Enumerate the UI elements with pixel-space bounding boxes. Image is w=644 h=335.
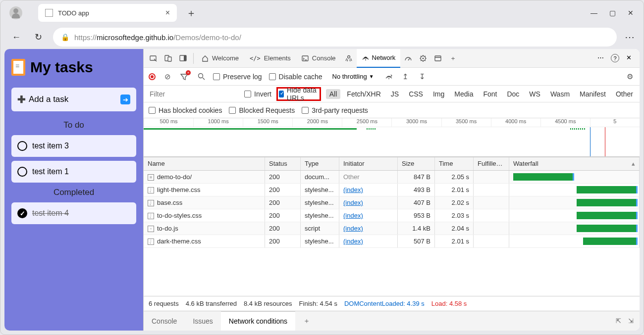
task-item[interactable]: test item 3: [11, 135, 136, 157]
request-row[interactable]: ⎷to-do-styles.css 200 styleshe... (index…: [144, 209, 640, 222]
inspect-icon[interactable]: [147, 51, 161, 65]
request-row[interactable]: ◦to-do.js 200 script (index) 1.4 kB 2.04…: [144, 222, 640, 235]
preserve-log-checkbox[interactable]: Preserve log: [213, 73, 262, 81]
drawer-tab-network-conditions[interactable]: Network conditions: [221, 311, 295, 331]
blocked-cookies-checkbox[interactable]: Has blocked cookies: [149, 106, 222, 114]
browser-tab[interactable]: TODO app ×: [38, 4, 177, 22]
file-icon: ⎷: [148, 200, 154, 206]
plus-icon: ✚: [17, 94, 26, 105]
tab-welcome[interactable]: Welcome: [197, 49, 244, 68]
new-tab-button[interactable]: ＋: [183, 4, 200, 21]
network-toolbar: ⊘ × Preserve log Disable cache No thrott…: [144, 68, 640, 86]
filter-type-doc[interactable]: Doc: [503, 89, 523, 99]
svg-point-11: [198, 74, 203, 78]
request-row[interactable]: ⎷light-theme.css 200 styleshe... (index)…: [144, 184, 640, 196]
search-icon[interactable]: [196, 72, 206, 82]
devtools-tabstrip: Welcome </>Elements Console Network ＋ ⋯ …: [144, 49, 640, 68]
clear-button[interactable]: ⊘: [162, 72, 172, 82]
browser-menu-button[interactable]: ⋯: [625, 31, 635, 43]
performance-icon[interactable]: [401, 51, 415, 65]
filter-type-media[interactable]: Media: [451, 89, 477, 99]
task-item-completed[interactable]: ✓test item 4: [11, 202, 136, 224]
network-timeline[interactable]: 500 ms1000 ms1500 ms2000 ms2500 ms3000 m…: [144, 118, 640, 157]
submit-arrow-icon[interactable]: ➔: [120, 95, 130, 104]
minimize-button[interactable]: —: [590, 9, 597, 17]
third-party-checkbox[interactable]: 3rd-party requests: [302, 106, 368, 114]
filter-toggle-icon[interactable]: ×: [179, 72, 189, 82]
close-tab-button[interactable]: ×: [165, 8, 170, 17]
device-toggle-icon[interactable]: [161, 51, 175, 65]
back-button[interactable]: ←: [9, 30, 23, 44]
tab-network[interactable]: Network: [357, 49, 401, 68]
drawer-expand-icon[interactable]: ⇱: [616, 317, 621, 325]
todo-heading: To do: [11, 120, 136, 130]
filter-input[interactable]: [147, 88, 239, 100]
network-settings-icon[interactable]: ⚙: [625, 72, 635, 82]
task-item[interactable]: test item 1: [11, 161, 136, 183]
dock-icon[interactable]: [176, 51, 190, 65]
timeline-tick: 1000 ms: [193, 118, 243, 127]
file-icon: ⎷: [148, 187, 154, 193]
request-row[interactable]: ⎷base.css 200 styleshe... (index) 407 B …: [144, 196, 640, 209]
file-icon: ⎷: [148, 213, 154, 219]
profile-avatar[interactable]: [9, 6, 22, 19]
network-extra-filters: Has blocked cookies Blocked Requests 3rd…: [144, 102, 640, 118]
svg-point-9: [423, 57, 424, 59]
filter-type-img[interactable]: Img: [429, 89, 448, 99]
task-checkbox[interactable]: [17, 141, 27, 151]
lock-icon: 🔒: [61, 33, 69, 41]
sources-icon[interactable]: [342, 51, 356, 65]
svg-point-6: [347, 55, 350, 58]
export-har-icon[interactable]: ↧: [418, 72, 428, 82]
drawer-tab-issues[interactable]: Issues: [185, 311, 220, 331]
network-conditions-icon[interactable]: [384, 72, 394, 82]
maximize-button[interactable]: ▢: [609, 9, 616, 17]
drawer-add-tab[interactable]: ＋: [295, 311, 318, 331]
throttling-select[interactable]: No throttling ▼: [329, 72, 377, 81]
task-label: test item 4: [32, 209, 69, 218]
url-field[interactable]: 🔒 https://microsoftedge.github.io/Demos/…: [53, 28, 617, 47]
task-checkbox[interactable]: [17, 167, 27, 177]
invert-checkbox[interactable]: Invert: [244, 90, 271, 98]
devtools-more-icon[interactable]: ⋯: [597, 54, 604, 62]
devtools-drawer: Console Issues Network conditions ＋ ⇱ ⇲: [144, 311, 640, 331]
drawer-tab-console[interactable]: Console: [144, 311, 185, 331]
filter-type-all[interactable]: All: [326, 89, 341, 99]
svg-point-7: [365, 59, 366, 60]
filter-type-wasm[interactable]: Wasm: [547, 89, 573, 99]
disable-cache-checkbox[interactable]: Disable cache: [269, 73, 322, 81]
filter-type-js[interactable]: JS: [387, 89, 402, 99]
table-header: Name Status Type Initiator Size Time Ful…: [144, 157, 640, 171]
refresh-button[interactable]: ↻: [31, 30, 45, 44]
application-icon[interactable]: [431, 51, 445, 65]
timeline-tick: 4500 ms: [540, 118, 590, 127]
timeline-tick: 1500 ms: [243, 118, 292, 127]
filter-type-font[interactable]: Font: [480, 89, 500, 99]
tab-console[interactable]: Console: [297, 49, 341, 68]
window-titlebar: TODO app × ＋ — ▢ ✕: [0, 0, 644, 25]
help-icon[interactable]: ?: [611, 54, 619, 62]
svg-point-12: [388, 78, 389, 79]
close-window-button[interactable]: ✕: [628, 9, 634, 17]
todo-app: My tasks ✚ Add a task ➔ To do test item …: [4, 49, 143, 331]
filter-type-manifest[interactable]: Manifest: [576, 89, 609, 99]
filter-type-css[interactable]: CSS: [405, 89, 427, 99]
app-title: My tasks: [11, 59, 136, 76]
tab-elements[interactable]: </>Elements: [245, 49, 296, 68]
network-status-bar: 6 requests 4.6 kB transferred 8.4 kB res…: [144, 296, 640, 311]
close-devtools-button[interactable]: ✕: [626, 54, 632, 62]
import-har-icon[interactable]: ↥: [401, 72, 411, 82]
filter-type-ws[interactable]: WS: [526, 89, 544, 99]
record-button[interactable]: [149, 73, 156, 80]
request-row[interactable]: ⎷dark-theme.css 200 styleshe... (index) …: [144, 235, 640, 248]
add-task-input[interactable]: ✚ Add a task ➔: [11, 88, 136, 111]
task-check-icon[interactable]: ✓: [17, 208, 27, 218]
hide-data-urls-checkbox[interactable]: Hide data URLs: [279, 86, 319, 102]
memory-icon[interactable]: [416, 51, 430, 65]
more-tabs-button[interactable]: ＋: [446, 51, 460, 65]
blocked-requests-checkbox[interactable]: Blocked Requests: [229, 106, 295, 114]
drawer-collapse-icon[interactable]: ⇲: [628, 317, 634, 325]
request-row[interactable]: ≡demo-to-do/ 200 docum... Other 847 B 2.…: [144, 171, 640, 184]
filter-type-other[interactable]: Other: [612, 89, 637, 99]
filter-type-fetch/xhr[interactable]: Fetch/XHR: [343, 89, 384, 99]
